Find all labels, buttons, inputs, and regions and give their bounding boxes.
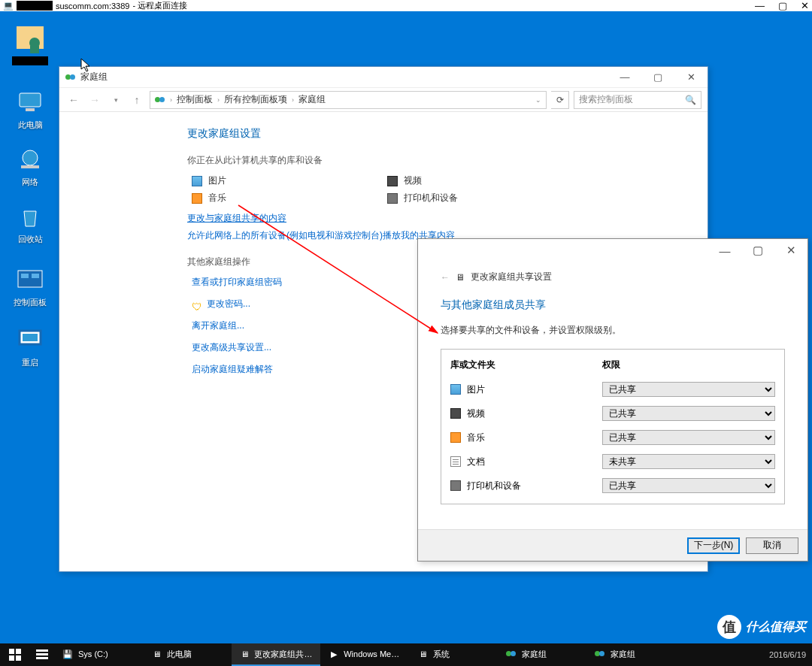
link-advanced-sharing[interactable]: 更改高级共享设置... bbox=[192, 341, 271, 354]
start-button[interactable] bbox=[0, 643, 30, 666]
svg-rect-2 bbox=[30, 46, 39, 53]
svg-rect-14 bbox=[9, 649, 14, 654]
link-allow-network[interactable]: 允许此网络上的所有设备(例如电视和游戏控制台)播放我的共享内容 bbox=[187, 229, 455, 242]
row-label: 图片 bbox=[467, 383, 485, 396]
maximize-button[interactable]: ▢ bbox=[778, 0, 787, 11]
recent-dropdown[interactable]: ▾ bbox=[108, 96, 124, 104]
permission-select[interactable]: 已共享未共享 bbox=[602, 430, 775, 445]
share-settings-dialog: — ▢ ✕ ← 🖥 更改家庭组共享设置 与其他家庭组成员共享 选择要共享的文件和… bbox=[417, 238, 808, 562]
rdp-title-suffix: - 远程桌面连接 bbox=[132, 0, 187, 11]
homegroup-icon bbox=[155, 95, 165, 105]
permission-select[interactable]: 已共享未共享 bbox=[602, 406, 775, 421]
svg-rect-7 bbox=[18, 271, 42, 287]
shield-icon: 🛡 bbox=[192, 301, 202, 313]
next-button[interactable]: 下一步(N) bbox=[687, 537, 740, 554]
up-button[interactable]: ↑ bbox=[129, 94, 145, 106]
close-button[interactable]: ✕ bbox=[801, 0, 809, 11]
table-row: 图片已共享未共享 bbox=[450, 377, 775, 401]
rdp-icon: 💻 bbox=[3, 1, 14, 11]
svg-rect-8 bbox=[21, 274, 29, 278]
search-icon: 🔍 bbox=[685, 95, 696, 105]
close-button[interactable]: ✕ bbox=[774, 239, 807, 262]
row-label: 打印机和设备 bbox=[467, 480, 521, 492]
window-title: 家庭组 bbox=[80, 71, 108, 83]
page-title: 更改家庭组设置 bbox=[187, 127, 707, 141]
close-button[interactable]: ✕ bbox=[674, 67, 707, 88]
shared-pictures: 图片 bbox=[208, 174, 226, 187]
taskbar-item[interactable]: 🖥更改家庭组共享... bbox=[232, 643, 320, 666]
minimize-button[interactable]: — bbox=[755, 0, 765, 11]
table-row: 打印机和设备已共享未共享 bbox=[450, 474, 775, 498]
shared-video: 视频 bbox=[404, 174, 422, 187]
window-titlebar[interactable]: 家庭组 — ▢ ✕ bbox=[59, 67, 707, 88]
svg-rect-4 bbox=[26, 108, 35, 111]
desktop-icon-cpanel[interactable]: 控制面板 bbox=[3, 267, 57, 308]
row-label: 音乐 bbox=[467, 431, 485, 444]
homegroup-icon bbox=[65, 72, 76, 83]
table-row: 音乐已共享未共享 bbox=[450, 425, 775, 450]
app-icon: 🖥 bbox=[150, 648, 162, 660]
crumb-all-items[interactable]: 所有控制面板项 bbox=[224, 93, 287, 106]
redacted-host bbox=[17, 1, 53, 11]
cancel-button[interactable]: 取消 bbox=[746, 537, 798, 554]
crumb-homegroup[interactable]: 家庭组 bbox=[298, 93, 326, 106]
music-icon bbox=[192, 193, 202, 204]
permission-select[interactable]: 已共享未共享 bbox=[602, 382, 775, 397]
permission-select[interactable]: 已共享未共享 bbox=[602, 478, 775, 493]
taskbar-item[interactable]: ▶Windows Medi... bbox=[320, 643, 409, 666]
refresh-button[interactable]: ⟳ bbox=[551, 91, 569, 109]
img-icon bbox=[450, 384, 461, 395]
app-icon: 🖥 bbox=[417, 648, 429, 660]
column-header-library: 库或文件夹 bbox=[450, 359, 602, 371]
link-leave-homegroup[interactable]: 离开家庭组... bbox=[192, 319, 244, 332]
printer-icon bbox=[387, 193, 398, 204]
svg-rect-16 bbox=[9, 655, 14, 661]
search-input[interactable]: 搜索控制面板 🔍 bbox=[574, 91, 701, 109]
task-view-button[interactable] bbox=[30, 643, 54, 666]
link-view-password[interactable]: 查看或打印家庭组密码 bbox=[192, 276, 282, 289]
column-header-permission: 权限 bbox=[602, 359, 775, 371]
taskbar-item[interactable]: 家庭组 bbox=[498, 643, 586, 666]
crumb-control-panel[interactable]: 控制面板 bbox=[177, 93, 213, 106]
app-icon: 🖥 bbox=[239, 648, 250, 660]
taskbar-label: Windows Medi... bbox=[344, 649, 401, 658]
rdp-host: suscomm.com:3389 bbox=[56, 2, 129, 11]
taskbar-item[interactable]: 🖥此电脑 bbox=[143, 643, 232, 666]
link-change-password[interactable]: 更改密码... bbox=[207, 298, 250, 310]
desktop-icon-thispc[interactable]: 此电脑 bbox=[3, 89, 57, 131]
rdp-titlebar: 💻 suscomm.com:3389 - 远程桌面连接 — ▢ ✕ bbox=[0, 0, 812, 11]
back-button[interactable]: ← bbox=[65, 94, 82, 106]
table-row: 文档已共享未共享 bbox=[450, 450, 775, 474]
system-tray[interactable]: 2016/6/19 bbox=[769, 650, 812, 659]
desktop-icon-network[interactable]: 网络 bbox=[3, 147, 57, 188]
taskbar-item[interactable]: 💾Sys (C:) bbox=[54, 643, 143, 666]
minimize-button[interactable]: — bbox=[608, 67, 641, 88]
minimize-button[interactable]: — bbox=[708, 239, 741, 262]
svg-rect-18 bbox=[36, 649, 48, 652]
link-change-shared[interactable]: 更改与家庭组共享的内容 bbox=[187, 212, 286, 225]
wizard-icon: 🖥 bbox=[456, 272, 465, 283]
taskbar-date[interactable]: 2016/6/19 bbox=[769, 650, 806, 659]
app-icon: 💾 bbox=[62, 648, 74, 660]
taskbar-item[interactable]: 🖥系统 bbox=[409, 643, 498, 666]
desktop-icon-recycle[interactable]: 回收站 bbox=[3, 204, 57, 245]
forward-button[interactable]: → bbox=[86, 94, 103, 106]
svg-rect-15 bbox=[16, 649, 21, 654]
maximize-button[interactable]: ▢ bbox=[741, 239, 774, 262]
breadcrumb[interactable]: › 控制面板 › 所有控制面板项 › 家庭组 ⌄ bbox=[150, 91, 547, 109]
link-troubleshoot[interactable]: 启动家庭组疑难解答 bbox=[192, 363, 273, 376]
taskbar-label: 家庭组 bbox=[611, 649, 635, 660]
svg-rect-12 bbox=[23, 334, 38, 341]
taskbar-item[interactable]: 家庭组 bbox=[586, 643, 675, 666]
desktop-icon-restart[interactable]: 重启 bbox=[3, 327, 57, 368]
row-label: 视频 bbox=[467, 407, 485, 420]
video-icon bbox=[387, 176, 398, 186]
maximize-button[interactable]: ▢ bbox=[641, 67, 674, 88]
prn-icon bbox=[450, 480, 461, 491]
table-row: 视频已共享未共享 bbox=[450, 401, 775, 425]
row-label: 文档 bbox=[467, 456, 485, 468]
back-button[interactable]: ← bbox=[441, 272, 450, 283]
crumb-dropdown[interactable]: ⌄ bbox=[535, 96, 541, 104]
desktop-icon-user[interactable] bbox=[3, 26, 57, 67]
permission-select[interactable]: 已共享未共享 bbox=[602, 454, 775, 469]
